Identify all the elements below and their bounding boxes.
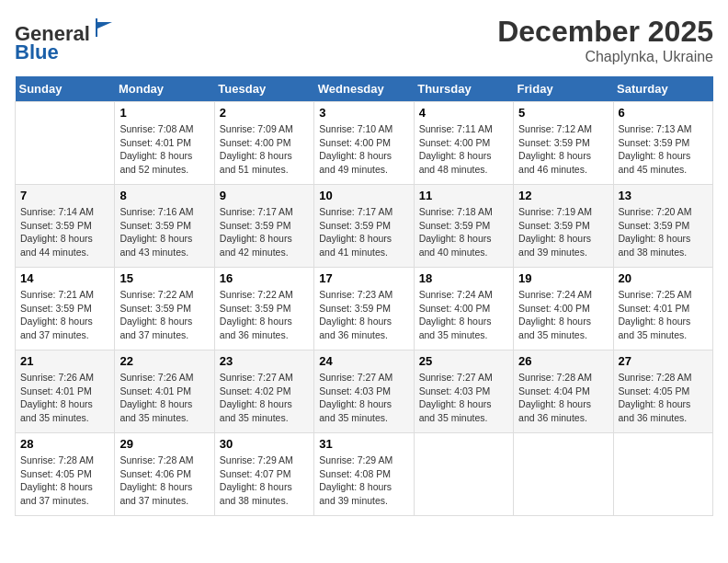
calendar-cell: 26Sunrise: 7:28 AMSunset: 4:04 PMDayligh…	[514, 350, 613, 433]
day-info: Sunrise: 7:18 AMSunset: 3:59 PMDaylight:…	[419, 205, 508, 259]
day-number: 30	[220, 437, 309, 451]
day-number: 17	[319, 271, 408, 285]
day-number: 11	[419, 189, 508, 202]
day-number: 16	[220, 271, 309, 285]
calendar-cell: 15Sunrise: 7:22 AMSunset: 3:59 PMDayligh…	[115, 268, 214, 350]
day-info: Sunrise: 7:26 AMSunset: 4:01 PMDaylight:…	[20, 371, 109, 425]
day-number: 21	[20, 354, 109, 368]
day-info: Sunrise: 7:23 AMSunset: 3:59 PMDaylight:…	[319, 288, 408, 342]
logo-flag-icon	[92, 15, 118, 40]
calendar-cell: 21Sunrise: 7:26 AMSunset: 4:01 PMDayligh…	[16, 350, 115, 433]
day-number: 26	[518, 354, 608, 368]
day-number: 31	[319, 437, 408, 451]
day-number: 22	[119, 354, 209, 368]
day-info: Sunrise: 7:26 AMSunset: 4:01 PMDaylight:…	[119, 371, 209, 425]
day-number: 28	[20, 437, 109, 451]
day-number: 6	[619, 106, 708, 120]
calendar-cell: 14Sunrise: 7:21 AMSunset: 3:59 PMDayligh…	[16, 268, 115, 350]
header-day-saturday: Saturday	[613, 76, 712, 102]
day-info: Sunrise: 7:17 AMSunset: 3:59 PMDaylight:…	[319, 205, 408, 259]
calendar-cell: 23Sunrise: 7:27 AMSunset: 4:02 PMDayligh…	[214, 350, 313, 433]
calendar-cell	[16, 102, 115, 185]
calendar-cell: 22Sunrise: 7:26 AMSunset: 4:01 PMDayligh…	[115, 350, 214, 433]
logo: General Blue	[15, 15, 118, 63]
header-day-sunday: Sunday	[16, 76, 115, 102]
day-info: Sunrise: 7:12 AMSunset: 3:59 PMDaylight:…	[518, 122, 608, 177]
week-row-2: 7Sunrise: 7:14 AMSunset: 3:59 PMDaylight…	[16, 185, 713, 268]
day-info: Sunrise: 7:28 AMSunset: 4:05 PMDaylight:…	[619, 371, 708, 425]
day-number: 25	[419, 354, 508, 368]
calendar-cell: 12Sunrise: 7:19 AMSunset: 3:59 PMDayligh…	[514, 185, 613, 268]
day-info: Sunrise: 7:22 AMSunset: 3:59 PMDaylight:…	[220, 288, 309, 342]
calendar-cell: 1Sunrise: 7:08 AMSunset: 4:01 PMDaylight…	[115, 102, 214, 185]
day-info: Sunrise: 7:19 AMSunset: 3:59 PMDaylight:…	[518, 205, 608, 259]
calendar-cell: 2Sunrise: 7:09 AMSunset: 4:00 PMDaylight…	[214, 102, 313, 185]
calendar-cell	[613, 433, 712, 516]
day-info: Sunrise: 7:25 AMSunset: 4:01 PMDaylight:…	[619, 288, 708, 342]
week-row-1: 1Sunrise: 7:08 AMSunset: 4:01 PMDaylight…	[16, 102, 713, 185]
day-number: 5	[518, 106, 608, 120]
day-number: 18	[419, 271, 508, 285]
calendar-cell: 17Sunrise: 7:23 AMSunset: 3:59 PMDayligh…	[314, 268, 414, 350]
calendar-cell: 30Sunrise: 7:29 AMSunset: 4:07 PMDayligh…	[214, 433, 313, 516]
day-number: 14	[20, 271, 109, 285]
day-number: 19	[518, 271, 608, 285]
calendar-cell: 28Sunrise: 7:28 AMSunset: 4:05 PMDayligh…	[16, 433, 115, 516]
day-info: Sunrise: 7:27 AMSunset: 4:02 PMDaylight:…	[220, 371, 309, 425]
calendar-cell: 13Sunrise: 7:20 AMSunset: 3:59 PMDayligh…	[613, 185, 712, 268]
day-info: Sunrise: 7:11 AMSunset: 4:00 PMDaylight:…	[419, 122, 508, 177]
week-row-3: 14Sunrise: 7:21 AMSunset: 3:59 PMDayligh…	[16, 268, 713, 350]
calendar-cell: 31Sunrise: 7:29 AMSunset: 4:08 PMDayligh…	[314, 433, 414, 516]
day-number: 27	[619, 354, 708, 368]
day-number: 1	[119, 106, 209, 120]
week-row-5: 28Sunrise: 7:28 AMSunset: 4:05 PMDayligh…	[16, 433, 713, 516]
day-number: 12	[518, 189, 608, 202]
day-number: 7	[20, 189, 109, 202]
location: Chaplynka, Ukraine	[497, 49, 713, 65]
day-info: Sunrise: 7:29 AMSunset: 4:08 PMDaylight:…	[319, 454, 408, 508]
day-info: Sunrise: 7:09 AMSunset: 4:00 PMDaylight:…	[220, 122, 309, 177]
header-day-monday: Monday	[115, 76, 214, 102]
calendar-cell	[414, 433, 513, 516]
day-info: Sunrise: 7:16 AMSunset: 3:59 PMDaylight:…	[119, 205, 209, 259]
day-info: Sunrise: 7:10 AMSunset: 4:00 PMDaylight:…	[319, 122, 408, 177]
day-number: 9	[220, 189, 309, 202]
day-number: 10	[319, 189, 408, 202]
header-day-wednesday: Wednesday	[314, 76, 414, 102]
day-number: 13	[619, 189, 708, 202]
day-info: Sunrise: 7:14 AMSunset: 3:59 PMDaylight:…	[20, 205, 109, 259]
day-info: Sunrise: 7:20 AMSunset: 3:59 PMDaylight:…	[619, 205, 708, 259]
month-title: December 2025	[497, 15, 713, 49]
calendar-cell: 9Sunrise: 7:17 AMSunset: 3:59 PMDaylight…	[214, 185, 313, 268]
day-number: 4	[419, 106, 508, 120]
calendar-cell: 24Sunrise: 7:27 AMSunset: 4:03 PMDayligh…	[314, 350, 414, 433]
day-info: Sunrise: 7:29 AMSunset: 4:07 PMDaylight:…	[220, 454, 309, 508]
day-info: Sunrise: 7:17 AMSunset: 3:59 PMDaylight:…	[220, 205, 309, 259]
day-info: Sunrise: 7:28 AMSunset: 4:06 PMDaylight:…	[119, 454, 209, 508]
day-number: 15	[119, 271, 209, 285]
calendar-table: SundayMondayTuesdayWednesdayThursdayFrid…	[15, 76, 713, 516]
header-row: SundayMondayTuesdayWednesdayThursdayFrid…	[16, 76, 713, 102]
day-info: Sunrise: 7:13 AMSunset: 3:59 PMDaylight:…	[619, 122, 708, 177]
day-number: 29	[119, 437, 209, 451]
day-info: Sunrise: 7:24 AMSunset: 4:00 PMDaylight:…	[419, 288, 508, 342]
calendar-cell: 20Sunrise: 7:25 AMSunset: 4:01 PMDayligh…	[613, 268, 712, 350]
day-number: 2	[220, 106, 309, 120]
day-number: 23	[220, 354, 309, 368]
page-header: General Blue December 2025 Chaplynka, Uk…	[15, 15, 713, 65]
calendar-cell: 19Sunrise: 7:24 AMSunset: 4:00 PMDayligh…	[514, 268, 613, 350]
header-day-tuesday: Tuesday	[214, 76, 313, 102]
day-info: Sunrise: 7:24 AMSunset: 4:00 PMDaylight:…	[518, 288, 608, 342]
calendar-cell: 29Sunrise: 7:28 AMSunset: 4:06 PMDayligh…	[115, 433, 214, 516]
week-row-4: 21Sunrise: 7:26 AMSunset: 4:01 PMDayligh…	[16, 350, 713, 433]
calendar-cell: 6Sunrise: 7:13 AMSunset: 3:59 PMDaylight…	[613, 102, 712, 185]
day-info: Sunrise: 7:28 AMSunset: 4:05 PMDaylight:…	[20, 454, 109, 508]
day-number: 24	[319, 354, 408, 368]
calendar-cell: 25Sunrise: 7:27 AMSunset: 4:03 PMDayligh…	[414, 350, 513, 433]
calendar-cell: 10Sunrise: 7:17 AMSunset: 3:59 PMDayligh…	[314, 185, 414, 268]
calendar-cell: 11Sunrise: 7:18 AMSunset: 3:59 PMDayligh…	[414, 185, 513, 268]
day-number: 20	[619, 271, 708, 285]
calendar-cell: 8Sunrise: 7:16 AMSunset: 3:59 PMDaylight…	[115, 185, 214, 268]
calendar-cell: 7Sunrise: 7:14 AMSunset: 3:59 PMDaylight…	[16, 185, 115, 268]
calendar-cell: 5Sunrise: 7:12 AMSunset: 3:59 PMDaylight…	[514, 102, 613, 185]
